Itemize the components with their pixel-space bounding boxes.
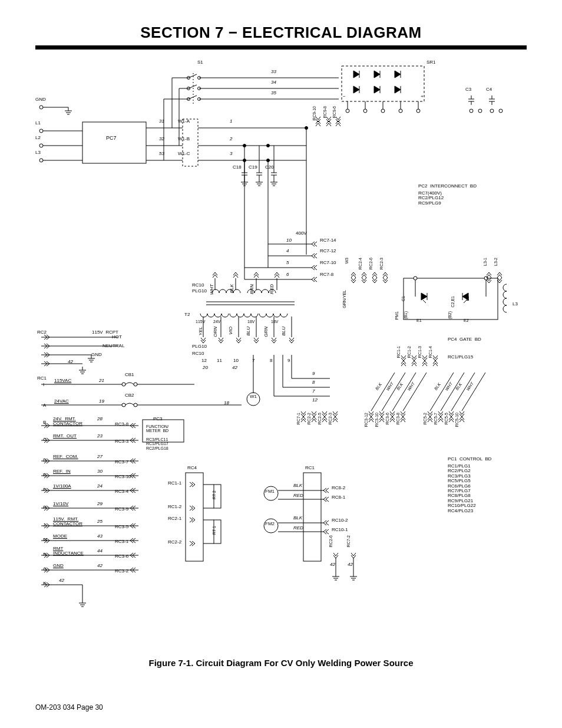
- fmred2: RED: [293, 526, 303, 531]
- rc3-10: RC3-10: [115, 475, 131, 479]
- w1c: W1-C: [178, 151, 190, 156]
- rc3sub: RC3/PLC11 RC1/PLG17 RC2/PLG18: [146, 437, 168, 450]
- n23: 23: [97, 434, 103, 439]
- svg-line-112: [430, 373, 454, 411]
- rc1-1: RC1-1: [396, 346, 401, 358]
- t2-24: 24V: [213, 319, 220, 324]
- fm2: FM2: [265, 522, 275, 526]
- t2-grn: GRN: [264, 327, 269, 337]
- rc10-1: RC10-1: [332, 528, 348, 532]
- rc3-5: RC3-5: [115, 525, 128, 529]
- fmblk2: BLK: [293, 516, 302, 521]
- rc1-2l: RC1-2: [168, 505, 181, 509]
- rc7-8: RC7-8: [320, 272, 333, 277]
- svg-point-66: [134, 383, 137, 386]
- svg-line-114: [451, 373, 475, 411]
- plg10a: PLG10: [192, 289, 207, 294]
- n2: 2: [230, 137, 232, 141]
- rc10-2: RC10-2: [332, 518, 348, 523]
- svg-rect-13: [183, 119, 198, 166]
- svg-point-67: [122, 403, 125, 407]
- n27: 27: [97, 454, 103, 459]
- t2-red: RED: [270, 284, 275, 294]
- rc5-5: RC5-5: [444, 413, 448, 424]
- svg-line-115: [462, 373, 485, 411]
- rc3-8: RC3-8: [115, 422, 128, 427]
- lbl-l1: L1: [35, 121, 41, 126]
- e2a: E2: [465, 296, 470, 301]
- lbl-l3: L3: [35, 150, 41, 155]
- lbl-l2: L2: [35, 136, 41, 140]
- svg-line-109: [382, 373, 405, 411]
- svg-rect-86: [186, 473, 203, 561]
- rt2: RT 2: [212, 490, 216, 499]
- t2-18b: 18V: [271, 319, 278, 324]
- grn-yel: GRN/YEL: [342, 290, 346, 308]
- lG: G: [43, 567, 47, 572]
- t42: 42: [232, 365, 237, 370]
- n4: 4: [286, 249, 289, 253]
- rc3-8: RC3-8: [396, 413, 400, 424]
- lN: N: [43, 552, 47, 557]
- pc1: PC1 CONTROL BD: [448, 457, 491, 462]
- rc7-14: RC7-14: [320, 238, 336, 243]
- rc8-1: RC8-1: [332, 495, 345, 500]
- c19: C19: [249, 165, 257, 170]
- lD: D: [43, 458, 47, 463]
- lHt: 1V/10V: [53, 502, 68, 506]
- rc1-4: RC1-4: [428, 346, 432, 358]
- fmblk1: BLK: [293, 483, 302, 488]
- n32: 32: [159, 137, 164, 141]
- rc3-1: RC3-1: [115, 539, 128, 544]
- rc3-3: RC3-3: [115, 439, 128, 444]
- t2-blk: BLK: [230, 284, 234, 293]
- rc2-3b: RC2-3: [328, 413, 332, 424]
- b2: (B2): [448, 311, 452, 319]
- c20: C20: [265, 165, 274, 170]
- rc1lbl: RC1: [37, 376, 47, 381]
- rc7-2: RC7-2: [346, 535, 351, 547]
- t2-blu: BLU: [246, 327, 251, 336]
- n42a: 42: [97, 564, 103, 568]
- svg-line-113: [441, 373, 464, 411]
- lE: E: [43, 473, 46, 477]
- lH: H: [43, 505, 47, 510]
- l3-2: L3-2: [494, 258, 498, 266]
- rc1plg15: RC1/PLG15: [448, 355, 473, 360]
- w1c2: W1: [250, 394, 257, 399]
- r42: 42: [68, 360, 73, 364]
- rc9-10: RC9-10: [312, 106, 316, 120]
- svg-line-111: [403, 373, 427, 411]
- rc2-6b: RC2-6: [329, 535, 333, 547]
- c1: C1: [401, 296, 405, 301]
- n30: 30: [97, 469, 103, 474]
- s1: S1: [197, 60, 203, 65]
- rc10b: RC10: [192, 351, 204, 356]
- n5: 5: [286, 261, 289, 265]
- rt1: RT 1: [212, 526, 216, 535]
- pc3sub: FUNCTION/ METER BD: [146, 424, 168, 433]
- rc2-6: RC2-6: [369, 258, 373, 269]
- lB: B: [43, 420, 46, 425]
- lM: M: [43, 538, 47, 542]
- e2b: E2: [464, 318, 469, 322]
- rc7-1: RC7-1: [296, 413, 300, 424]
- rc3-12: RC3-12: [364, 413, 368, 427]
- n53: 53: [159, 151, 164, 156]
- sr1: SR1: [427, 60, 436, 65]
- t20: 20: [203, 365, 208, 370]
- rc3-2: RC3-2: [115, 569, 128, 574]
- fm1: FM1: [265, 489, 275, 494]
- svg-point-65: [122, 383, 125, 386]
- pc3: PC3: [153, 417, 163, 421]
- lCt: RMT. OUT: [53, 434, 77, 439]
- svg-line-108: [371, 373, 395, 411]
- g42a: 42: [330, 562, 335, 567]
- p8: 8: [270, 358, 272, 363]
- cb2: CB2: [125, 393, 134, 398]
- p11: 11: [217, 358, 222, 363]
- c4: C4: [486, 87, 492, 92]
- rc4: RC4: [187, 466, 197, 470]
- rc3-6: RC3-6: [385, 413, 389, 424]
- fmred1: RED: [293, 493, 303, 498]
